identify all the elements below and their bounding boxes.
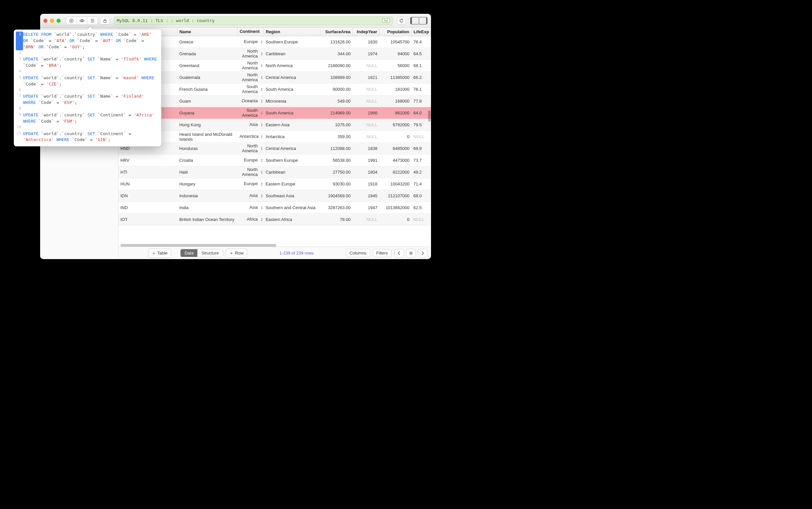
table-cell[interactable]: 94000 [379,48,412,60]
table-row[interactable]: GuyanaSouth America▲▼South America214969… [119,107,431,119]
table-cell[interactable]: IDN [119,190,177,202]
table-cell[interactable]: Heard Island and McDonald Islands [177,131,237,143]
sql-code[interactable]: DELETE FROM `world`.`country` WHERE `Cod… [23,32,159,50]
table-cell[interactable]: Europe▲▼ [237,36,264,48]
stepper-icon[interactable]: ▲▼ [261,135,263,139]
table-cell[interactable]: Hong Kong [177,119,237,131]
table-row[interactable]: GrenadaNorth America▲▼Caribbean344.00197… [119,48,431,60]
table-cell[interactable]: 56000 [379,60,412,72]
table-cell[interactable]: NULL [411,131,431,143]
stepper-icon[interactable]: ▲▼ [261,111,263,115]
table-cell[interactable]: 1966 [353,107,379,119]
table-cell[interactable]: Honduras [177,143,237,155]
minimize-icon[interactable] [50,19,54,23]
table-cell[interactable]: Central America [264,143,321,155]
columns-button[interactable]: Columns [346,249,370,257]
table-cell[interactable]: 10545700 [379,36,412,48]
table-row[interactable]: HKGHong KongAsia▲▼Eastern Asia1075.00NUL… [119,119,431,131]
table-row[interactable]: HRVCroatiaEurope▲▼Southern Europe56538.0… [119,155,431,166]
table-cell[interactable]: 78.4 [411,36,431,48]
table-cell[interactable]: Oceania▲▼ [237,95,264,107]
table-cell[interactable]: 1991 [353,155,379,166]
table-cell[interactable]: 3287263.00 [321,202,353,214]
table-cell[interactable]: 1947 [353,202,379,214]
left-panel-button[interactable] [410,17,419,24]
table-row[interactable]: HUNHungaryEurope▲▼Eastern Europe93030.00… [119,178,431,190]
sql-code[interactable] [23,50,159,57]
prev-button[interactable] [394,249,404,258]
table-cell[interactable]: South America [264,83,321,95]
table-cell[interactable]: Haiti [177,166,237,178]
table-cell[interactable]: 27750.00 [321,166,353,178]
tab-structure[interactable]: Structure [197,249,223,257]
table-cell[interactable]: French Guiana [177,83,237,95]
table-cell[interactable]: Croatia [177,155,237,166]
table-cell[interactable]: Southern and Central Asia [264,202,321,214]
table-cell[interactable]: NULL [411,214,431,226]
breadcrumb[interactable]: MySQL 8.0.11 : TLS : : world : country l… [114,16,393,25]
table-cell[interactable]: NULL [353,83,379,95]
stepper-icon[interactable]: ▲▼ [261,40,263,44]
table-cell[interactable]: Europe▲▼ [237,178,264,190]
table-cell[interactable]: NULL [353,95,379,107]
sql-code[interactable] [23,125,159,131]
table-cell[interactable]: 214969.00 [321,107,353,119]
horizontal-scrollbar[interactable] [121,244,277,247]
table-cell[interactable]: 0 [379,214,412,226]
table-cell[interactable]: 68.0 [411,190,431,202]
table-cell[interactable]: 73.7 [411,155,431,166]
add-row-button[interactable]: ＋Row [226,248,247,258]
table-cell[interactable]: HTI [119,166,177,178]
table-cell[interactable]: 1830 [353,36,379,48]
table-cell[interactable]: Guyana [177,107,237,119]
table-cell[interactable]: 344.00 [321,48,353,60]
table-cell[interactable]: Caribbean [264,48,321,60]
table-row[interactable]: GreeceEurope▲▼Southern Europe131626.0018… [119,36,431,48]
table-cell[interactable]: 1904569.00 [321,190,353,202]
table-cell[interactable]: North America [264,60,321,72]
table-cell[interactable]: 10043200 [379,178,412,190]
table-cell[interactable]: 66.2 [411,72,431,83]
table-cell[interactable]: 1821 [353,72,379,83]
table-cell[interactable]: Eastern Africa [264,214,321,226]
table-cell[interactable]: Greenland [177,60,237,72]
table-cell[interactable]: Asia▲▼ [237,119,264,131]
table-cell[interactable]: 11385000 [379,72,412,83]
column-header[interactable]: Region [264,28,321,36]
table-cell[interactable]: North America▲▼ [237,166,264,178]
table-cell[interactable]: Eastern Asia [264,119,321,131]
table-cell[interactable]: Grenada [177,48,237,60]
table-cell[interactable]: 64.5 [411,48,431,60]
table-cell[interactable]: 212107000 [379,190,412,202]
table-cell[interactable]: 76.1 [411,83,431,95]
stepper-icon[interactable]: ▲▼ [261,99,263,103]
table-cell[interactable]: Antarctica▲▼ [237,131,264,143]
table-cell[interactable]: India [177,202,237,214]
table-cell[interactable]: IOT [119,214,177,226]
right-panel-button[interactable] [419,17,427,24]
sql-code[interactable] [23,69,159,75]
table-cell[interactable]: British Indian Ocean Territory [177,214,237,226]
stepper-icon[interactable]: ▲▼ [261,182,263,186]
table-row[interactable]: GuamOceania▲▼Micronesia549.00NULL1680007… [119,95,431,107]
table-cell[interactable]: NULL [353,60,379,72]
sql-code[interactable]: UPDATE `world`.`country` SET `Name` = 'm… [23,75,159,88]
table-cell[interactable]: North America▲▼ [237,60,264,72]
table-cell[interactable]: Southern Europe [264,36,321,48]
table-cell[interactable]: Europe▲▼ [237,155,264,166]
table-row[interactable]: French GuianaSouth America▲▼South Americ… [119,83,431,95]
table-cell[interactable]: 861000 [379,107,412,119]
table-cell[interactable]: 108889.00 [321,72,353,83]
table-cell[interactable]: 93030.00 [321,178,353,190]
table-cell[interactable]: Southern Europe [264,155,321,166]
table-cell[interactable]: 69.9 [411,143,431,155]
table-cell[interactable]: Asia▲▼ [237,190,264,202]
table-cell[interactable]: 90000.00 [321,83,353,95]
stepper-icon[interactable]: ▲▼ [261,170,263,174]
table-cell[interactable]: 56538.00 [321,155,353,166]
table-cell[interactable]: NULL [353,119,379,131]
reload-button[interactable] [397,17,406,25]
table-cell[interactable]: Greece [177,36,237,48]
table-cell[interactable]: Africa▲▼ [237,214,264,226]
table-cell[interactable]: Guam [177,95,237,107]
